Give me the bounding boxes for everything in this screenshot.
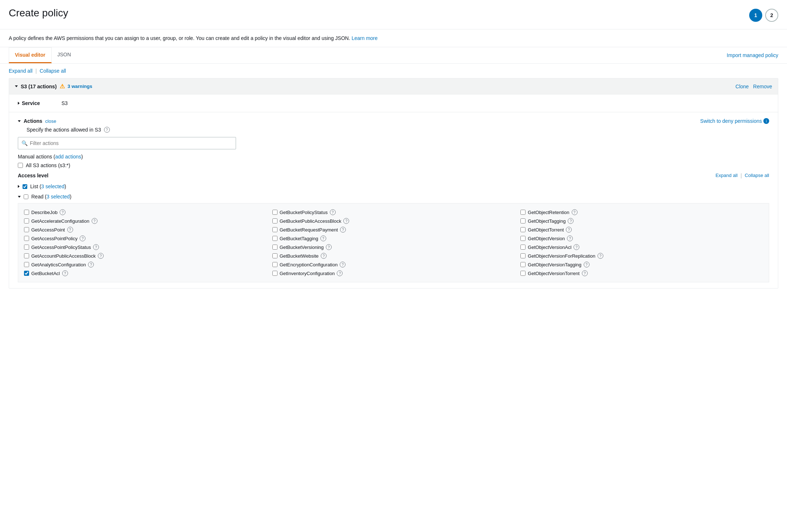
get-object-retention-info[interactable]: ? [572, 209, 578, 215]
get-analytics-info[interactable]: ? [88, 262, 94, 267]
get-object-torrent-info[interactable]: ? [566, 227, 572, 233]
get-access-point-policy-label: GetAccessPointPolicy [31, 236, 77, 241]
actions-title-area: Actions close [18, 118, 110, 124]
expand-all-link[interactable]: Expand all [9, 68, 32, 74]
get-inventory-checkbox[interactable] [272, 271, 277, 276]
get-object-version-checkbox[interactable] [520, 236, 526, 241]
switch-deny-link[interactable]: Switch to deny permissions i [700, 118, 769, 124]
access-level-collapse-all[interactable]: Collapse all [745, 173, 769, 178]
get-object-version-for-replication-checkbox[interactable] [520, 253, 526, 258]
get-object-version-torrent-checkbox[interactable] [520, 271, 526, 276]
get-account-public-access-checkbox[interactable] [24, 253, 29, 258]
action-item-get-object-version-acl: GetObjectVersionAcl ? [520, 243, 763, 251]
action-grid-row-3: GetAccessPoint ? GetBucketRequestPayment… [24, 225, 763, 234]
get-access-point-policy-info[interactable]: ? [80, 235, 85, 241]
read-checkbox[interactable] [24, 194, 28, 199]
get-bucket-policy-status-checkbox[interactable] [272, 210, 277, 215]
get-bucket-policy-status-info[interactable]: ? [330, 209, 336, 215]
action-grid-row-7: GetAnalyticsConfiguration ? GetEncryptio… [24, 260, 763, 269]
get-object-version-tagging-checkbox[interactable] [520, 262, 526, 267]
get-object-version-acl-info[interactable]: ? [574, 244, 579, 250]
get-access-point-policy-status-checkbox[interactable] [24, 245, 29, 250]
expand-collapse-bar: Expand all | Collapse all [0, 64, 787, 78]
actions-subtitle-text: Specify the actions allowed in S3 [27, 127, 101, 133]
action-item-get-object-retention: GetObjectRetention ? [520, 208, 763, 217]
actions-collapse-icon[interactable] [18, 120, 21, 122]
tab-visual-editor[interactable]: Visual editor [9, 47, 52, 63]
read-selected-link[interactable]: 3 selected [47, 194, 70, 200]
step-1[interactable]: 1 [749, 9, 762, 22]
get-bucket-request-payment-info[interactable]: ? [340, 227, 346, 233]
describe-job-checkbox[interactable] [24, 210, 29, 215]
get-object-tagging-info[interactable]: ? [568, 218, 574, 224]
get-bucket-website-info[interactable]: ? [321, 253, 327, 259]
separator2: | [740, 173, 742, 178]
policy-block: S3 (17 actions) ⚠ 3 warnings Clone Remov… [9, 78, 778, 289]
get-access-point-policy-status-info[interactable]: ? [93, 244, 99, 250]
filter-actions-input[interactable] [18, 137, 236, 149]
get-access-point-policy-checkbox[interactable] [24, 236, 29, 241]
clone-button[interactable]: Clone [735, 84, 749, 89]
get-bucket-tagging-checkbox[interactable] [272, 236, 277, 241]
describe-job-info[interactable]: ? [60, 209, 65, 215]
actions-close-link[interactable]: close [45, 118, 56, 124]
import-managed-policy-link[interactable]: Import managed policy [727, 52, 778, 58]
get-bucket-tagging-info[interactable]: ? [320, 235, 326, 241]
get-analytics-checkbox[interactable] [24, 262, 29, 267]
get-bucket-website-checkbox[interactable] [272, 253, 277, 258]
get-accelerate-info[interactable]: ? [92, 218, 97, 224]
get-object-version-info[interactable]: ? [567, 235, 573, 241]
get-account-public-access-info[interactable]: ? [98, 253, 104, 259]
step-2[interactable]: 2 [765, 9, 778, 22]
get-object-version-tagging-info[interactable]: ? [584, 262, 590, 267]
tab-json[interactable]: JSON [52, 47, 77, 63]
remove-button[interactable]: Remove [753, 84, 772, 89]
read-expand-icon[interactable] [18, 196, 21, 198]
get-accelerate-checkbox[interactable] [24, 218, 29, 223]
warnings-link[interactable]: 3 warnings [68, 84, 92, 89]
get-bucket-versioning-checkbox[interactable] [272, 245, 277, 250]
get-bucket-public-access-label: GetBucketPublicAccessBlock [280, 218, 341, 224]
action-item-get-access-point-policy: GetAccessPointPolicy ? [24, 234, 267, 243]
get-bucket-acl-checkbox[interactable] [24, 271, 29, 276]
list-expand-icon[interactable] [18, 185, 20, 188]
learn-more-link[interactable]: Learn more [352, 35, 378, 41]
get-bucket-acl-info[interactable]: ? [62, 270, 68, 276]
get-access-point-checkbox[interactable] [24, 227, 29, 232]
list-checkbox[interactable] [23, 184, 27, 189]
action-item-get-analytics: GetAnalyticsConfiguration ? [24, 260, 267, 269]
service-expand-icon[interactable] [18, 102, 20, 105]
get-object-tagging-checkbox[interactable] [520, 218, 526, 223]
actions-info-icon[interactable]: ? [104, 127, 110, 133]
list-selected-link[interactable]: 3 selected [41, 184, 64, 189]
get-encryption-checkbox[interactable] [272, 262, 277, 267]
collapse-arrow-icon[interactable] [15, 85, 18, 87]
action-item-get-bucket-public-access: GetBucketPublicAccessBlock ? [272, 217, 515, 225]
switch-deny-info-icon[interactable]: i [763, 118, 769, 124]
collapse-all-link[interactable]: Collapse all [40, 68, 66, 74]
get-account-public-access-label: GetAccountPublicAccessBlock [31, 253, 96, 259]
get-object-retention-checkbox[interactable] [520, 210, 526, 215]
actions-label: Actions [24, 118, 42, 124]
get-encryption-info[interactable]: ? [340, 262, 345, 267]
get-object-version-torrent-info[interactable]: ? [582, 270, 588, 276]
description-text: A policy defines the AWS permissions tha… [9, 35, 350, 41]
action-item-get-object-tagging: GetObjectTagging ? [520, 217, 763, 225]
add-actions-link[interactable]: add actions [55, 154, 81, 160]
get-object-version-acl-checkbox[interactable] [520, 245, 526, 250]
get-bucket-public-access-checkbox[interactable] [272, 218, 277, 223]
get-access-point-info[interactable]: ? [67, 227, 73, 233]
get-bucket-versioning-info[interactable]: ? [326, 244, 332, 250]
all-s3-actions-checkbox[interactable] [18, 163, 23, 168]
action-item-get-object-version-torrent: GetObjectVersionTorrent ? [520, 269, 763, 278]
get-bucket-public-access-info[interactable]: ? [343, 218, 349, 224]
access-level-expand-all[interactable]: Expand all [715, 173, 738, 178]
get-object-version-for-replication-info[interactable]: ? [598, 253, 603, 259]
action-item-get-bucket-request-payment: GetBucketRequestPayment ? [272, 225, 515, 234]
get-inventory-info[interactable]: ? [337, 270, 343, 276]
get-bucket-request-payment-checkbox[interactable] [272, 227, 277, 232]
actions-header: Actions close Specify the actions allowe… [18, 118, 769, 133]
get-object-torrent-checkbox[interactable] [520, 227, 526, 232]
tab-group: Visual editor JSON [9, 47, 77, 63]
get-bucket-website-label: GetBucketWebsite [280, 253, 319, 259]
